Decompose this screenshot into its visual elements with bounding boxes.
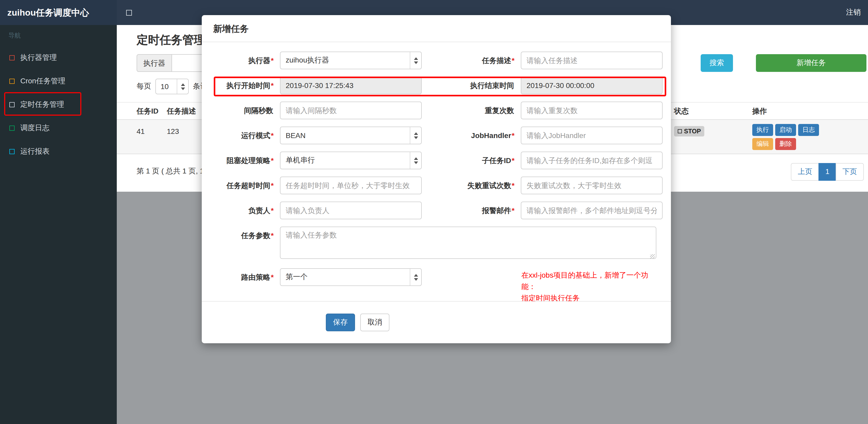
label-text: 任务参数 [241, 231, 270, 239]
logout-link[interactable]: 注销 [846, 0, 868, 25]
form-row: 负责人* 报警邮件* [202, 202, 662, 219]
field-repeat-count: 重复次数 [443, 102, 662, 119]
resize-grip-icon[interactable] [650, 254, 655, 259]
status-text: STOP [684, 128, 701, 135]
log-button[interactable]: 日志 [798, 124, 819, 136]
field-jobhandler: JobHandler* [443, 127, 662, 144]
label-text: 子任务ID [482, 156, 511, 165]
alarm-email-input[interactable] [521, 202, 662, 219]
form-row: 任务超时时间* 失败重试次数* [202, 176, 662, 194]
modal-body: 执行器* zuihou执行器 任务描述* 执行开始时间* [202, 42, 671, 304]
square-icon [9, 78, 14, 84]
column-header-task-desc: 任务描述 [167, 107, 196, 116]
field-label: 路由策略* [202, 268, 280, 286]
perpage-select[interactable]: 10 [155, 79, 189, 94]
field-label: 执行结束时间 [443, 76, 521, 94]
save-button[interactable]: 保存 [326, 314, 355, 331]
run-button[interactable]: 执行 [752, 124, 773, 136]
sidebar-toggle-button[interactable] [117, 0, 141, 25]
delete-button[interactable]: 删除 [775, 138, 796, 150]
edit-button[interactable]: 编辑 [752, 138, 773, 150]
label-text: 阻塞处理策略 [226, 156, 270, 165]
field-timeout: 任务超时时间* [202, 176, 422, 194]
add-task-button[interactable]: 新增任务 [756, 54, 866, 72]
sidebar-item-cron-task[interactable]: Cron任务管理 [0, 69, 117, 93]
field-task-desc: 任务描述* [443, 52, 662, 69]
child-task-id-input[interactable] [521, 152, 662, 169]
field-label: 执行开始时间* [202, 76, 280, 94]
cell-task-id: 41 [136, 127, 145, 135]
label-text: 重复次数 [485, 106, 514, 115]
interval-seconds-input[interactable] [280, 102, 422, 119]
sidebar-item-dispatch-log[interactable]: 调度日志 [0, 116, 117, 140]
form-row: 路由策略* 第一个 在xxl-jobs项目的基础上，新增了一个功能： 指定时间执… [202, 268, 662, 304]
field-label: 执行器* [202, 52, 280, 69]
required-asterisk: * [512, 56, 515, 65]
route-strategy-select[interactable]: 第一个 [280, 268, 422, 286]
pagination: 上页 1 下页 [791, 163, 864, 181]
executor-select[interactable]: zuihou执行器 [280, 52, 422, 69]
select-arrows-icon [410, 269, 421, 286]
field-alarm-email: 报警邮件* [443, 202, 662, 219]
field-label: 报警邮件* [443, 202, 521, 219]
jobhandler-input[interactable] [521, 127, 662, 144]
fail-retry-input[interactable] [521, 176, 662, 194]
row-actions: 执行 启动 日志 编辑 删除 [752, 124, 831, 150]
sidebar-item-label: Cron任务管理 [20, 76, 65, 86]
pagination-summary: 第 1 页 ( 总共 1 页, 1 [136, 167, 204, 176]
task-params-textarea[interactable] [280, 227, 656, 259]
app-root: zuihou任务调度中心 注销 导航 执行器管理 Cron任务管理 定时任务管理… [0, 0, 868, 424]
square-icon [9, 149, 14, 154]
required-asterisk: * [271, 206, 274, 215]
start-time-input[interactable] [280, 76, 422, 94]
square-icon [9, 55, 14, 60]
label-text: 执行结束时间 [470, 81, 514, 90]
owner-input[interactable] [280, 202, 422, 219]
cancel-button[interactable]: 取消 [360, 314, 390, 331]
select-value: 单机串行 [286, 156, 315, 165]
next-page-button[interactable]: 下页 [836, 163, 864, 181]
start-button[interactable]: 启动 [775, 124, 796, 136]
field-label: 间隔秒数 [202, 102, 280, 119]
field-block-strategy: 阻塞处理策略* 单机串行 [202, 152, 422, 169]
end-time-input[interactable] [521, 76, 662, 94]
label-text: 执行器 [248, 56, 270, 65]
sidebar-item-label: 运行报表 [20, 146, 50, 156]
form-row: 执行开始时间* 执行结束时间 [202, 76, 662, 94]
perpage-value: 10 [161, 82, 169, 91]
field-task-params: 任务参数* [202, 227, 656, 261]
repeat-count-input[interactable] [521, 102, 662, 119]
sidebar-item-run-report[interactable]: 运行报表 [0, 140, 117, 163]
label-text: JobHandler [471, 131, 511, 140]
field-label: 任务描述* [443, 52, 521, 69]
search-button[interactable]: 搜索 [701, 54, 733, 72]
select-arrows-icon [410, 52, 421, 69]
timeout-input[interactable] [280, 176, 422, 194]
prev-page-button[interactable]: 上页 [791, 163, 819, 181]
field-run-mode: 运行模式* BEAN [202, 127, 422, 144]
label-text: 失败重试次数 [467, 181, 511, 190]
square-icon [9, 102, 14, 107]
select-arrows-icon [177, 79, 188, 94]
block-strategy-select[interactable]: 单机串行 [280, 152, 422, 169]
label-text: 负责人 [248, 206, 270, 215]
sidebar-item-executor-manage[interactable]: 执行器管理 [0, 46, 117, 69]
stop-icon [678, 129, 682, 133]
toggle-square-icon [126, 10, 132, 15]
select-value: 第一个 [286, 272, 308, 282]
field-route-strategy: 路由策略* 第一个 [202, 268, 422, 286]
required-asterisk: * [512, 206, 515, 215]
page-1-button[interactable]: 1 [818, 163, 836, 181]
brand-title[interactable]: zuihou任务调度中心 [0, 0, 117, 25]
field-label: 负责人* [202, 202, 280, 219]
form-row: 阻塞处理策略* 单机串行 子任务ID* [202, 152, 662, 169]
label-text: 间隔秒数 [244, 106, 273, 115]
sidebar-item-timed-task[interactable]: 定时任务管理 [0, 93, 117, 116]
field-label: 阻塞处理策略* [202, 152, 280, 169]
label-text: 运行模式 [241, 131, 270, 140]
field-end-time: 执行结束时间 [443, 76, 662, 94]
field-label: 任务参数* [202, 227, 280, 244]
task-desc-input[interactable] [521, 52, 662, 69]
sidebar: 导航 执行器管理 Cron任务管理 定时任务管理 调度日志 运行报表 [0, 25, 117, 424]
run-mode-select[interactable]: BEAN [280, 127, 422, 144]
